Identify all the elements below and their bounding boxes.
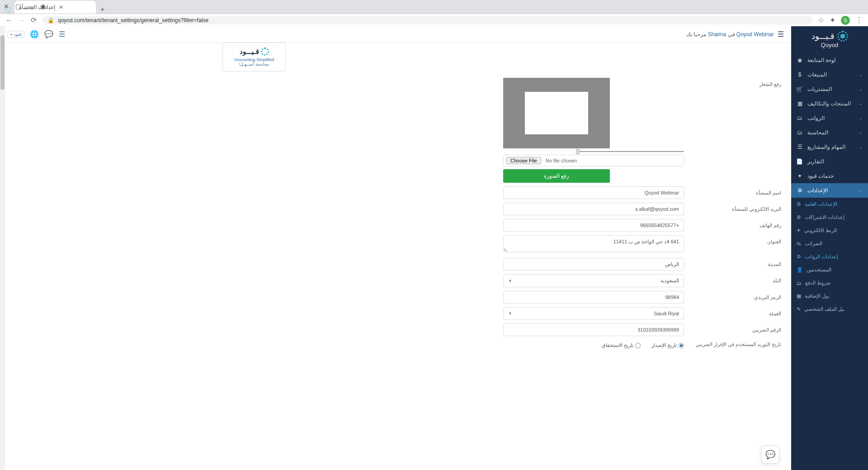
profile-avatar[interactable]: S [841,16,850,25]
chevron-down-icon: ⌄ [859,188,863,193]
record-icon[interactable]: ◉ [40,3,46,10]
logo-tagline-en: Accounting Simplified! [231,57,277,62]
address-bar[interactable]: 🔒 qoyod.com/tenant/tenant_settings/gener… [42,16,812,24]
sidebar-sub-general[interactable]: الإعدادات العامة⚙ [791,198,868,211]
user-icon: 👤 [797,267,803,273]
chevron-down-icon: ⌄ [859,72,863,77]
sidebar-item-purchases[interactable]: ⌄ المشتريات🛒 [791,82,868,96]
new-tab-button[interactable]: + [96,5,109,14]
label-country: البلد [693,274,781,284]
dashboard-icon: ◉ [797,57,803,63]
label-org-name: اسم المنشأة [693,186,781,196]
sidebar-item-dashboard[interactable]: لوحة المتابعة◉ [791,53,868,67]
star-icon[interactable]: ☆ [818,16,824,24]
logo-mark-icon [261,47,269,56]
sidebar-item-tasks[interactable]: ⌄ المهام والمشاريع☰ [791,140,868,154]
tax-input[interactable] [503,323,684,336]
email-input[interactable] [503,203,684,215]
kebab-menu-icon[interactable]: ⋮ [855,16,863,24]
gear-icon: ⚙ [797,187,803,194]
sidebar-item-services[interactable]: خدمات قيود✦ [791,169,868,183]
org-name-input[interactable] [503,186,684,199]
radio-icon [679,343,684,348]
gear-icon: ⚙ [797,201,801,207]
close-tab-icon[interactable]: ✕ [59,4,63,10]
chevron-down-icon: ⌄ [859,116,863,120]
sidebar-item-accounting[interactable]: ⌄ المحاسبة🗂 [791,125,868,140]
globe-icon[interactable]: 🌐 [30,30,39,38]
maximize-window-icon[interactable]: ▢ [15,3,21,10]
chevron-down-icon: ⌄ [859,130,863,135]
sidebar: قـيـــود Qoyod لوحة المتابعة◉ ⌄ المبيعات… [791,26,868,470]
browser-chrome: ✕ ▢ — ◉ ◌ إعدادات المنشأة ✕ + ← → ⟳ 🔒 qo… [0,0,868,26]
brand-sub: Qoyod [796,42,863,48]
chevron-down-icon: ▼ [508,279,512,283]
topbar: ▾قيود 🌐 💬 ☰ مرحبا بك Shaima في Qoyod Web… [0,26,791,43]
chevron-down-icon: ⌄ [859,87,863,91]
menu-icon[interactable]: ☰ [778,30,784,38]
list-icon[interactable]: ☰ [59,30,65,38]
reload-icon[interactable]: ⟳ [31,16,37,24]
cart-icon: 🛒 [797,86,803,92]
forward-icon[interactable]: → [18,16,25,24]
folder-icon: 🗂 [797,115,803,121]
sidebar-item-sales[interactable]: ⌄ المبيعات$ [791,67,868,82]
percent-icon: % [797,241,801,247]
sparkle-icon: ✦ [797,173,803,179]
sidebar-sub-payment-terms[interactable]: شروط الدفع🗂 [791,276,868,290]
scrollbar-thumb[interactable] [0,35,5,90]
address-input[interactable]: 641 4د حي الواحة ص ب 11411 [503,235,684,252]
grid-icon: ▦ [797,293,801,299]
folder-icon: 🗂 [797,280,802,286]
main-area: ▾قيود 🌐 💬 ☰ مرحبا بك Shaima في Qoyod Web… [0,26,791,470]
upload-button[interactable]: رفع الصورة [503,169,610,183]
label-email: البريد الالكتروني للمنشأة [693,203,781,212]
chevron-down-icon: ⌄ [859,145,863,149]
sidebar-item-reports[interactable]: التقارير📄 [791,154,868,169]
phone-input[interactable] [503,219,684,232]
logo-wordmark: قـيـــود [231,47,277,56]
sidebar-sub-salary-settings[interactable]: إعدادات الرواتب⚙ [791,250,868,263]
chevron-down-icon: ⌄ [859,101,863,106]
city-input[interactable] [503,258,684,271]
sidebar-sub-profile[interactable]: ـيل الملف الشخصي✎ [791,303,868,316]
gear-icon: ⚙ [797,214,801,220]
list-icon: ☰ [797,144,803,150]
label-supply-date: تاريخ التوريد المستخدم في الإقرار الضريب… [693,340,781,347]
logo-crop-area[interactable] [503,78,610,148]
country-select[interactable]: السعودية▼ [503,274,684,287]
gear-icon: ⚙ [797,254,801,260]
sidebar-item-products[interactable]: ⌄ المنتجات والتكاليف▦ [791,96,868,111]
radio-issue-date[interactable]: تاريخ الإصدار [651,342,684,348]
currency-select[interactable]: Saudi Riyal▼ [503,307,684,320]
extensions-icon[interactable]: ✦ [830,16,835,24]
chevron-down-icon: ▼ [508,311,512,316]
scrollbar[interactable] [0,26,5,470]
zoom-slider[interactable] [577,151,684,152]
chat-widget-button[interactable]: 💬 [761,446,779,464]
chat-icon[interactable]: 💬 [44,30,53,38]
sidebar-sub-taxes[interactable]: الضرائب% [791,237,868,250]
mini-logo[interactable]: ▾قيود [7,31,24,38]
back-icon[interactable]: ← [5,16,13,24]
slider-handle[interactable] [576,149,580,154]
logo-tagline-ar: محاسبة أســهـل! [231,62,277,66]
label-city: المدينة [693,258,781,267]
chevron-down-icon: ▾ [10,33,12,37]
minimize-window-icon[interactable]: — [28,3,34,10]
choose-file-button[interactable]: Choose File [506,157,541,164]
sidebar-sub-users[interactable]: المستخدمين👤 [791,263,868,276]
sidebar-sub-integration[interactable]: الربط الالكتروني✈ [791,224,868,237]
crop-box[interactable] [525,92,588,134]
radio-due-date[interactable]: تاريخ الاستحقاق [602,342,641,348]
document-icon: 📄 [797,158,803,165]
radio-icon [635,343,641,348]
sidebar-sub-subscriptions[interactable]: إعدادات الاشتراكات⚙ [791,211,868,224]
sidebar-item-salaries[interactable]: ⌄ الرواتب🗂 [791,111,868,125]
postal-input[interactable] [503,291,684,304]
sidebar-item-settings[interactable]: ⌄ الإعدادات⚙ [791,183,868,198]
close-window-icon[interactable]: ✕ [4,3,9,10]
label-upload-logo: رفع الشعار [693,78,781,87]
sidebar-sub-custom-fields[interactable]: ـول الإضافية▦ [791,290,868,303]
folder-icon: 🗂 [797,129,803,136]
